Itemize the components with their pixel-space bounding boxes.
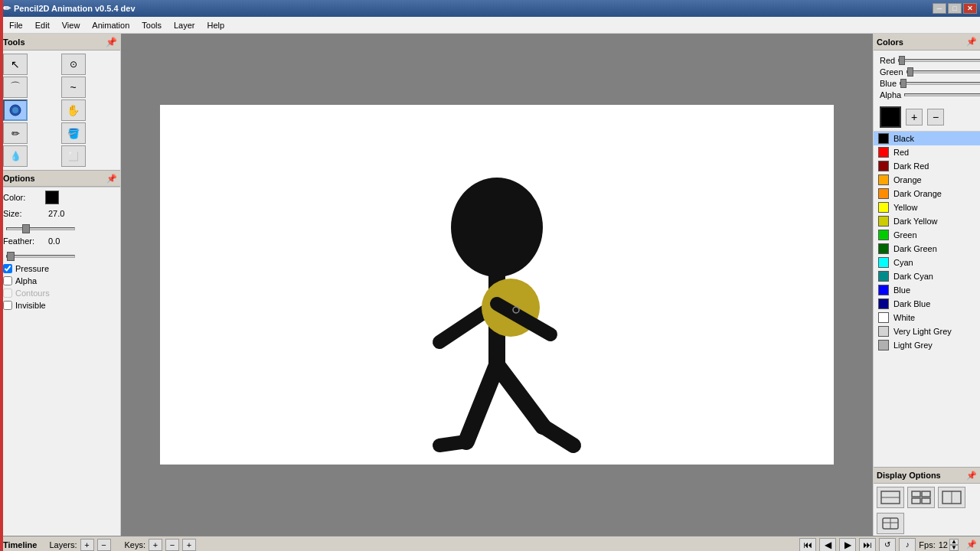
- svg-rect-15: [922, 491, 930, 497]
- menu-tools[interactable]: Tools: [136, 19, 168, 31]
- play-forward-button[interactable]: ⏭: [859, 538, 876, 552]
- more-key-button[interactable]: +: [182, 539, 196, 551]
- tool-eraser[interactable]: ⬜: [61, 145, 86, 167]
- fps-control: Fps: 12 ▲ ▼: [919, 539, 959, 551]
- keys-section: Keys: + − +: [125, 539, 197, 551]
- color-dot-green: [878, 230, 889, 240]
- invisible-checkbox[interactable]: [3, 301, 12, 310]
- alpha-checkbox[interactable]: [3, 276, 12, 285]
- drawing-canvas[interactable]: [160, 105, 834, 465]
- fps-spinner: ▲ ▼: [949, 539, 959, 551]
- timeline-playback: ⏮ ◀ ▶ ⏭ ↺ ♪ Fps: 12 ▲ ▼ 📌: [799, 538, 977, 552]
- color-item-red[interactable]: Red: [874, 145, 980, 159]
- titlebar: ✏ Pencil2D Animation v0.5.4 dev ─ □ ✕: [0, 0, 980, 17]
- color-item-vlightgrey[interactable]: Very Light Grey: [874, 324, 980, 338]
- color-preview-row: + −: [874, 103, 980, 131]
- loop-button[interactable]: ↺: [879, 538, 896, 552]
- tool-eyedrop[interactable]: 💧: [3, 145, 28, 167]
- display-opt-1[interactable]: [877, 487, 904, 508]
- color-item-darkyellow[interactable]: Dark Yellow: [874, 214, 980, 228]
- canvas-area[interactable]: [121, 34, 873, 536]
- menu-edit[interactable]: Edit: [29, 19, 56, 31]
- fps-down[interactable]: ▼: [949, 545, 959, 551]
- color-option-row: Color:: [3, 191, 117, 204]
- color-item-darkcyan[interactable]: Dark Cyan: [874, 269, 980, 283]
- svg-rect-14: [912, 491, 920, 497]
- svg-rect-17: [922, 498, 930, 504]
- tool-bucket[interactable]: 🪣: [61, 122, 86, 144]
- colors-pin: 📌: [966, 37, 977, 47]
- pressure-row: Pressure: [3, 264, 117, 273]
- maximize-button[interactable]: □: [948, 3, 962, 14]
- display-options-body: [874, 484, 980, 511]
- color-item-darkred[interactable]: Dark Red: [874, 159, 980, 173]
- menu-layer[interactable]: Layer: [168, 19, 201, 31]
- pressure-checkbox[interactable]: [3, 264, 12, 273]
- color-item-orange[interactable]: Orange: [874, 173, 980, 187]
- tools-grid: ↖ ⊙ ⌒ ~ ✋ ✏ 🪣 💧 ⬜: [0, 51, 120, 170]
- sound-button[interactable]: ♪: [899, 538, 916, 552]
- tools-header: Tools 📌: [0, 34, 120, 51]
- tool-pencil[interactable]: ✏: [3, 122, 28, 144]
- color-swatch[interactable]: [45, 191, 59, 204]
- color-item-darkorange[interactable]: Dark Orange: [874, 187, 980, 201]
- minimize-button[interactable]: ─: [933, 3, 946, 14]
- color-item-lightgrey[interactable]: Light Grey: [874, 338, 980, 352]
- remove-color-button[interactable]: −: [927, 109, 944, 126]
- color-item-yellow[interactable]: Yellow: [874, 201, 980, 214]
- feather-slider[interactable]: [6, 255, 75, 258]
- color-item-cyan[interactable]: Cyan: [874, 256, 980, 269]
- timeline-pin: 📌: [966, 540, 977, 549]
- tool-polyline[interactable]: ⌒: [3, 77, 28, 98]
- size-slider[interactable]: [6, 227, 75, 230]
- color-item-white[interactable]: White: [874, 311, 980, 324]
- alpha-slider[interactable]: [904, 93, 980, 96]
- menu-animation[interactable]: Animation: [86, 19, 136, 31]
- color-item-darkgreen[interactable]: Dark Green: [874, 242, 980, 256]
- tool-lasso[interactable]: ⊙: [61, 54, 86, 75]
- tool-smudge[interactable]: ~: [61, 77, 86, 98]
- tool-hand[interactable]: ✋: [61, 99, 86, 121]
- color-item-darkblue[interactable]: Dark Blue: [874, 297, 980, 311]
- menu-file[interactable]: File: [3, 19, 29, 31]
- rewind-button[interactable]: ⏮: [799, 538, 816, 552]
- contours-checkbox[interactable]: [3, 289, 12, 298]
- tool-select[interactable]: ↖: [3, 54, 28, 75]
- current-color-display[interactable]: [880, 106, 901, 128]
- color-dot-vlightgrey: [878, 326, 889, 337]
- color-name-black: Black: [893, 134, 914, 143]
- color-item-black[interactable]: Black: [874, 132, 980, 145]
- play-reverse-button[interactable]: ◀: [819, 538, 836, 552]
- timeline-header: Timeline Layers: + − Keys: + − + ⏮ ◀ ▶ ⏭…: [0, 536, 980, 551]
- display-opt-3[interactable]: [938, 487, 965, 508]
- menu-view[interactable]: View: [56, 19, 87, 31]
- play-button[interactable]: ▶: [839, 538, 856, 552]
- menu-help[interactable]: Help: [201, 19, 231, 31]
- display-opt-4[interactable]: [877, 513, 904, 534]
- size-value: 27.0: [48, 209, 64, 218]
- color-dot-darkcyan: [878, 271, 889, 282]
- add-key-button[interactable]: +: [149, 539, 162, 551]
- remove-key-button[interactable]: −: [165, 539, 179, 551]
- green-slider[interactable]: [906, 70, 980, 73]
- color-name-orange: Orange: [893, 175, 922, 184]
- display-opt-2[interactable]: [907, 487, 935, 508]
- color-item-blue[interactable]: Blue: [874, 283, 980, 297]
- alpha-row: Alpha: [3, 276, 117, 285]
- blue-slider[interactable]: [900, 82, 980, 85]
- layers-label: Layers:: [49, 540, 77, 549]
- add-color-button[interactable]: +: [906, 109, 923, 126]
- app-icon: ✏: [3, 3, 11, 14]
- color-name-white: White: [893, 313, 915, 322]
- invisible-label: Invisible: [15, 301, 46, 310]
- tool-pen[interactable]: [3, 99, 28, 121]
- remove-layer-button[interactable]: −: [97, 539, 111, 551]
- red-slider[interactable]: [898, 59, 980, 62]
- display-options-row2: [874, 511, 980, 536]
- color-dot-cyan: [878, 257, 889, 268]
- color-dot-blue: [878, 285, 889, 295]
- close-button[interactable]: ✕: [963, 3, 977, 14]
- color-item-green[interactable]: Green: [874, 228, 980, 242]
- feather-label: Feather:: [3, 236, 45, 246]
- add-layer-button[interactable]: +: [80, 539, 94, 551]
